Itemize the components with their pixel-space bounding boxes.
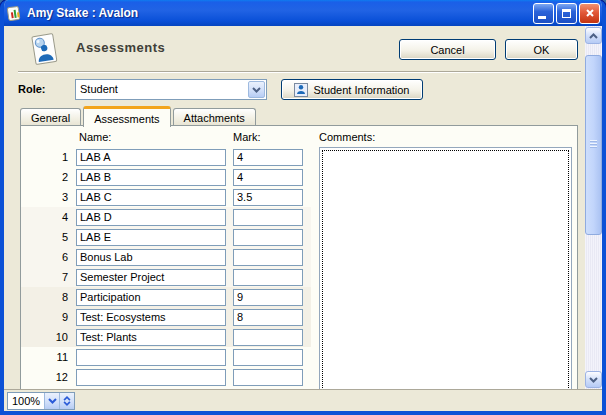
- role-select[interactable]: Student: [75, 79, 267, 100]
- assessment-row-11: 11: [21, 347, 311, 367]
- assessment-row-8: 8: [21, 287, 311, 307]
- tab-attachments[interactable]: Attachments: [173, 108, 256, 126]
- assessment-mark-input[interactable]: [233, 269, 303, 286]
- person-icon: [294, 83, 308, 97]
- application-window: Amy Stake : Avalon: [0, 0, 606, 415]
- tab-assessments[interactable]: Assessments: [83, 106, 170, 127]
- page-title: Assessments: [76, 40, 165, 55]
- chevron-down-icon: [63, 401, 71, 406]
- student-information-button[interactable]: Student Information: [281, 79, 423, 100]
- page-header: Assessments Cancel OK: [4, 26, 585, 71]
- assessment-mark-input[interactable]: [233, 189, 303, 206]
- assessment-mark-input[interactable]: [233, 329, 303, 346]
- maximize-icon: [562, 9, 571, 18]
- assessment-row-2: 2: [21, 167, 311, 187]
- mark-column-header: Mark:: [233, 131, 261, 143]
- assessment-name-input[interactable]: [76, 349, 226, 366]
- assessment-name-input[interactable]: [76, 229, 226, 246]
- assessment-name-input[interactable]: [76, 249, 226, 266]
- comments-column-header: Comments:: [319, 131, 375, 143]
- minimize-button[interactable]: [533, 3, 554, 24]
- tab-general[interactable]: General: [20, 108, 81, 126]
- assessment-name-input[interactable]: [76, 189, 226, 206]
- scrollbar-thumb[interactable]: [585, 55, 602, 235]
- zoom-dropdown-button[interactable]: [44, 393, 59, 409]
- row-number: 8: [21, 291, 68, 303]
- cancel-button[interactable]: Cancel: [399, 39, 496, 60]
- close-button[interactable]: [579, 3, 600, 24]
- close-icon: [585, 8, 595, 18]
- row-number: 2: [21, 171, 68, 183]
- assessment-row-13-clipped: [21, 387, 311, 389]
- status-bar: 100%: [4, 389, 602, 411]
- zoom-control: 100%: [7, 392, 75, 410]
- row-number: 6: [21, 251, 68, 263]
- assessment-name-input[interactable]: [76, 269, 226, 286]
- zoom-spinner[interactable]: [59, 393, 74, 409]
- comments-input[interactable]: [322, 150, 569, 389]
- assessment-row-6: 6: [21, 247, 311, 267]
- row-number: 4: [21, 211, 68, 223]
- assessment-name-input[interactable]: [76, 309, 226, 326]
- content-area: Assessments Cancel OK Role: Student: [4, 26, 585, 389]
- assessments-person-card-icon: [28, 31, 62, 69]
- assessment-mark-input[interactable]: [233, 369, 303, 386]
- assessment-row-5: 5: [21, 227, 311, 247]
- assessment-row-1: 1: [21, 147, 311, 167]
- row-number: 11: [21, 351, 68, 363]
- row-number: 5: [21, 231, 68, 243]
- assessment-row-12: 12: [21, 367, 311, 387]
- assessment-mark-input[interactable]: [233, 169, 303, 186]
- assessment-mark-input[interactable]: [233, 389, 303, 390]
- row-number: 9: [21, 311, 68, 323]
- chevron-down-icon: [48, 398, 57, 404]
- tab-bar: General Assessments Attachments: [20, 105, 258, 126]
- row-number: 10: [21, 331, 68, 343]
- scrollbar-grip: [590, 140, 597, 149]
- chevron-down-icon[interactable]: [248, 81, 265, 98]
- name-column-header: Name:: [79, 131, 111, 143]
- assessment-mark-input[interactable]: [233, 229, 303, 246]
- maximize-button[interactable]: [556, 3, 577, 24]
- student-information-label: Student Information: [313, 84, 409, 96]
- titlebar[interactable]: Amy Stake : Avalon: [0, 0, 606, 26]
- zoom-level-value: 100%: [8, 393, 44, 409]
- minimize-icon: [538, 16, 546, 19]
- assessments-panel: Name: Mark: Comments: 1 2 3: [20, 125, 578, 389]
- assessment-name-input[interactable]: [76, 389, 226, 390]
- assessment-rows: 1 2 3 4: [21, 147, 311, 389]
- assessment-mark-input[interactable]: [233, 309, 303, 326]
- assessment-row-4: 4: [21, 207, 311, 227]
- assessment-name-input[interactable]: [76, 369, 226, 386]
- vertical-scrollbar[interactable]: [585, 26, 602, 389]
- row-number: 12: [21, 371, 68, 383]
- role-selected-value: Student: [80, 83, 118, 95]
- window-title: Amy Stake : Avalon: [27, 6, 533, 20]
- window-body: Assessments Cancel OK Role: Student: [4, 26, 602, 411]
- comments-box: [319, 147, 572, 389]
- row-number: 3: [21, 191, 68, 203]
- assessment-mark-input[interactable]: [233, 349, 303, 366]
- assessment-name-input[interactable]: [76, 169, 226, 186]
- assessment-mark-input[interactable]: [233, 249, 303, 266]
- role-label: Role:: [18, 83, 46, 95]
- row-number: 7: [21, 271, 68, 283]
- ok-button[interactable]: OK: [505, 39, 578, 60]
- assessment-row-9: 9: [21, 307, 311, 327]
- row-number: 1: [21, 151, 68, 163]
- assessment-mark-input[interactable]: [233, 209, 303, 226]
- scroll-down-button[interactable]: [585, 371, 602, 388]
- app-icon: [6, 5, 22, 21]
- header-divider: [18, 71, 581, 73]
- assessment-name-input[interactable]: [76, 149, 226, 166]
- assessment-row-3: 3: [21, 187, 311, 207]
- assessment-name-input[interactable]: [76, 289, 226, 306]
- assessment-mark-input[interactable]: [233, 289, 303, 306]
- scroll-up-button[interactable]: [585, 27, 602, 44]
- chevron-up-icon: [589, 33, 598, 39]
- chevron-down-icon: [589, 377, 598, 383]
- assessment-mark-input[interactable]: [233, 149, 303, 166]
- assessment-name-input[interactable]: [76, 329, 226, 346]
- assessment-row-10: 10: [21, 327, 311, 347]
- assessment-name-input[interactable]: [76, 209, 226, 226]
